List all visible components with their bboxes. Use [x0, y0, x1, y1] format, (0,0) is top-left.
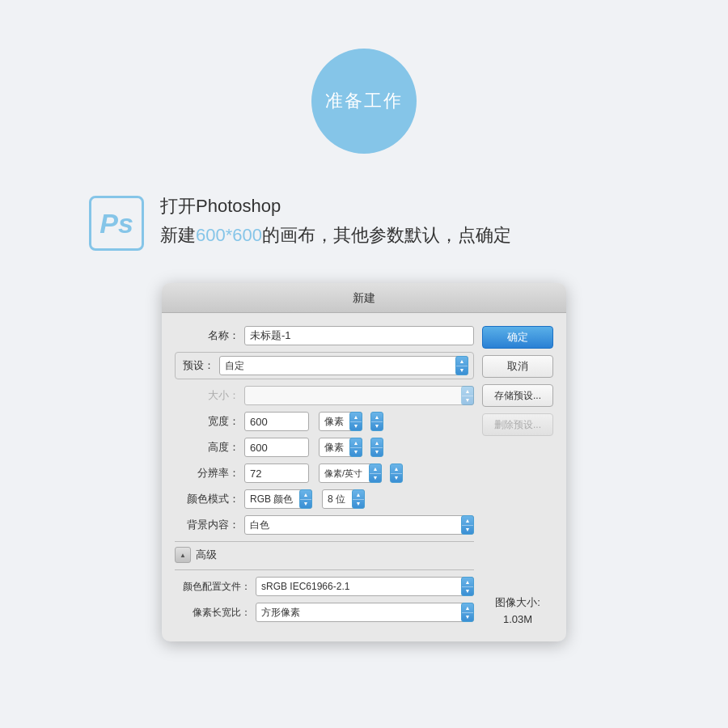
save-preset-button[interactable]: 存储预设...	[482, 384, 553, 407]
line2-suffix: 的画布，其他参数默认，点确定	[262, 225, 511, 245]
intro-line2: 新建600*600的画布，其他参数默认，点确定	[160, 223, 511, 248]
size-row: 大小： ▲ ▼	[175, 386, 474, 405]
bg-stepper-up[interactable]: ▲	[462, 516, 473, 526]
bg-stepper-down[interactable]: ▼	[462, 526, 473, 535]
preset-row: 预设： 自定 ▲ ▼	[175, 352, 474, 379]
height-unit-up[interactable]: ▲	[350, 438, 362, 448]
color-profile-select[interactable]: sRGB IEC61966-2.1	[256, 577, 474, 596]
advanced-label: 高级	[196, 548, 217, 562]
pixel-ratio-label: 像素长宽比：	[175, 606, 251, 620]
resolution-unit-up[interactable]: ▲	[370, 464, 381, 474]
bg-select[interactable]: 白色	[244, 515, 474, 535]
color-profile-row: 颜色配置文件： sRGB IEC61966-2.1 ▲ ▼	[175, 577, 474, 596]
color-mode-down[interactable]: ▼	[300, 500, 311, 509]
width-input[interactable]	[244, 412, 309, 431]
intro-section: Ps 打开Photoshop 新建600*600的画布，其他参数默认，点确定	[89, 194, 639, 251]
pixel-ratio-select[interactable]: 方形像素	[256, 603, 474, 622]
preset-select[interactable]: 自定	[219, 356, 468, 375]
size-label: 大小：	[175, 388, 239, 403]
size-stepper-down: ▼	[462, 396, 473, 405]
height-row: 高度： 像素 ▲ ▼ ▲ ▼	[175, 438, 474, 457]
advanced-section: 高级 颜色配置文件： sRGB IEC61966-2.1 ▲ ▼	[175, 541, 474, 622]
image-size-label: 图像大小:	[482, 595, 553, 612]
line2-prefix: 新建	[160, 225, 196, 245]
height-unit-down[interactable]: ▼	[350, 448, 362, 457]
dialog-titlebar: 新建	[162, 283, 566, 313]
dialog-buttons: 确定 取消 存储预设... 删除预设... 图像大小: 1.03M	[482, 326, 553, 629]
resolution-stepper-up[interactable]: ▲	[391, 464, 402, 474]
image-size-value: 1.03M	[482, 612, 553, 629]
name-row: 名称：	[175, 326, 474, 345]
advanced-header: 高级	[175, 547, 474, 563]
preset-label: 预设：	[180, 358, 214, 373]
width-unit-down[interactable]: ▼	[350, 422, 362, 431]
dialog-form: 名称： 预设： 自定 ▲ ▼ 大小：	[175, 326, 474, 629]
color-mode-row: 颜色模式： RGB 颜色 ▲ ▼ 8 位 ▲ ▼	[175, 489, 474, 509]
ps-icon: Ps	[89, 196, 144, 251]
background-row: 背景内容： 白色 ▲ ▼	[175, 515, 474, 535]
pixel-ratio-row: 像素长宽比： 方形像素 ▲ ▼	[175, 603, 474, 622]
line2-highlight: 600*600	[196, 225, 262, 245]
ps-new-dialog: 新建 名称： 预设： 自定 ▲ ▼	[162, 283, 566, 641]
height-input[interactable]	[244, 438, 309, 457]
color-mode-up[interactable]: ▲	[300, 490, 311, 500]
image-size-info: 图像大小: 1.03M	[482, 578, 553, 629]
bg-label: 背景内容：	[175, 518, 239, 532]
width-label: 宽度：	[175, 414, 239, 429]
name-label: 名称：	[175, 328, 239, 343]
resolution-row: 分辨率： 像素/英寸 ▲ ▼ ▲ ▼	[175, 463, 474, 483]
color-mode-label: 颜色模式：	[175, 492, 239, 506]
ps-icon-text: Ps	[99, 208, 133, 239]
height-stepper-down[interactable]: ▼	[371, 448, 383, 457]
height-stepper-up[interactable]: ▲	[371, 438, 383, 448]
color-profile-label: 颜色配置文件：	[175, 580, 251, 594]
width-row: 宽度： 像素 ▲ ▼ ▲ ▼	[175, 412, 474, 431]
name-input[interactable]	[244, 326, 474, 345]
height-label: 高度：	[175, 440, 239, 455]
intro-text: 打开Photoshop 新建600*600的画布，其他参数默认，点确定	[160, 194, 511, 248]
width-unit-up[interactable]: ▲	[350, 413, 362, 422]
confirm-button[interactable]: 确定	[482, 326, 553, 349]
resolution-stepper-down[interactable]: ▼	[391, 474, 402, 483]
top-badge: 准备工作	[311, 49, 417, 154]
bit-depth-down[interactable]: ▼	[353, 500, 364, 509]
dialog-body: 名称： 预设： 自定 ▲ ▼ 大小：	[162, 313, 566, 641]
cancel-button[interactable]: 取消	[482, 355, 553, 378]
width-stepper-up[interactable]: ▲	[371, 413, 383, 422]
resolution-label: 分辨率：	[175, 466, 239, 480]
preset-stepper-up[interactable]: ▲	[456, 357, 468, 366]
width-stepper-down[interactable]: ▼	[371, 422, 383, 431]
bit-depth-up[interactable]: ▲	[353, 490, 364, 500]
badge-label: 准备工作	[325, 89, 403, 113]
color-profile-up[interactable]: ▲	[462, 578, 473, 587]
pixel-ratio-up[interactable]: ▲	[462, 603, 473, 613]
dialog-title: 新建	[353, 291, 375, 304]
advanced-toggle[interactable]	[175, 547, 191, 563]
resolution-unit-down[interactable]: ▼	[370, 474, 381, 483]
size-stepper-up: ▲	[462, 387, 473, 396]
size-select[interactable]	[244, 386, 474, 405]
delete-preset-button: 删除预设...	[482, 413, 553, 436]
pixel-ratio-down[interactable]: ▼	[462, 613, 473, 622]
resolution-input[interactable]	[244, 463, 309, 483]
preset-stepper-down[interactable]: ▼	[456, 366, 468, 375]
intro-line1: 打开Photoshop	[160, 194, 511, 218]
color-profile-down[interactable]: ▼	[462, 587, 473, 596]
